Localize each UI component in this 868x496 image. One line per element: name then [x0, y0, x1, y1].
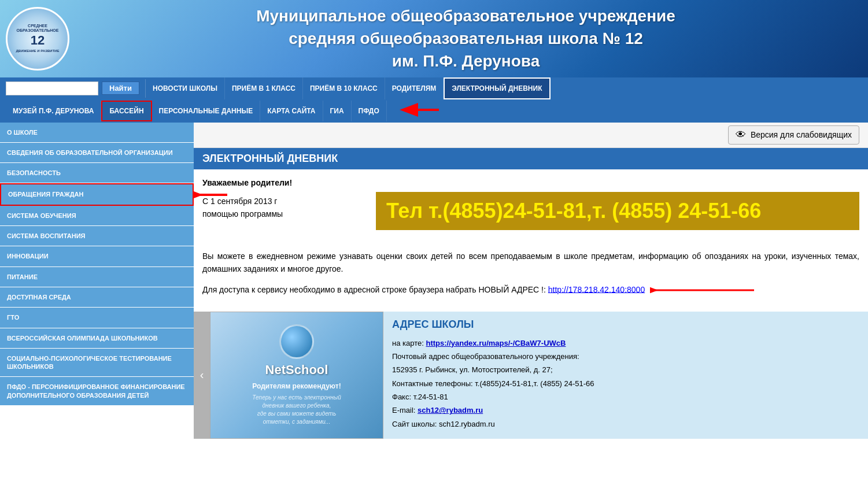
para-greeting: Уважаемые родители!	[202, 176, 859, 189]
netschool-banner: NetSchool Родителям рекомендуют! Теперь …	[210, 312, 383, 439]
title-line3: им. П.Ф. Дерунова	[392, 52, 540, 70]
sidebar-item-olympiad[interactable]: ВСЕРОССИЙСКАЯ ОЛИМПИАДА ШКОЛЬНИКОВ	[0, 328, 194, 349]
sidebar-item-info[interactable]: СВЕДЕНИЯ ОБ ОБРАЗОВАТЕЛЬНОЙ ОРГАНИЗАЦИИ	[0, 143, 194, 163]
accessibility-label: Версия для слабовидящих	[751, 130, 852, 139]
school-logo: СРЕДНЕЕОБРАЗОВАТЕЛЬНОЕ 12 ДВИЖЕНИЕ И РАЗ…	[6, 7, 69, 71]
nav-personal[interactable]: ПЕРСОНАЛЬНЫЕ ДАННЫЕ	[152, 101, 261, 121]
map-link[interactable]: https://yandex.ru/maps/-/CBaW7-UWcB	[426, 339, 566, 347]
netschool-area: ‹ NetSchool Родителям рекомендуют! Тепер…	[194, 312, 383, 439]
school-title: Муниципальное общеобразовательное учрежд…	[69, 5, 862, 73]
nav-novosti[interactable]: НОВОСТИ ШКОЛЫ	[146, 77, 225, 99]
nav-gia[interactable]: ГИА	[323, 101, 352, 121]
content-area: 👁 Версия для слабовидящих ЭЛЕКТРОННЫЙ ДН…	[194, 123, 868, 469]
sidebar-item-system-study[interactable]: СИСТЕМА ОБУЧЕНИЯ	[0, 206, 194, 226]
section-title: ЭЛЕКТРОННЫЙ ДНЕВНИК	[194, 148, 868, 169]
carousel-prev[interactable]: ‹	[194, 312, 210, 439]
nav-dnevnik[interactable]: ЭЛЕКТРОННЫЙ ДНЕВНИК	[444, 77, 550, 99]
accessibility-bar: 👁 Версия для слабовидящих	[194, 123, 868, 148]
para-description: Вы можете в ежедневном режиме узнавать о…	[202, 250, 859, 276]
phone-banner: Тел т.(4855)24-51-81,т. (4855) 24-51-66	[376, 192, 859, 230]
address-section: АДРЕС ШКОЛЫ на карте: https://yandex.ru/…	[383, 312, 868, 439]
address-line2: 152935 г. Рыбинск, ул. Мотостроителей, д…	[392, 363, 859, 376]
nav-pfdo[interactable]: ПФДО	[352, 101, 387, 121]
netschool-name: NetSchool	[265, 362, 328, 377]
bassein-arrow-area	[398, 99, 445, 123]
map-line: на карте: https://yandex.ru/maps/-/CBaW7…	[392, 336, 859, 350]
nav-bassein[interactable]: БАССЕЙН	[101, 101, 152, 121]
sidebar-item-security[interactable]: БЕЗОПАСНОСТЬ	[0, 163, 194, 183]
address-email: E-mail: sch12@rybadm.ru	[392, 404, 859, 417]
address-link[interactable]: http://178.218.42.140:8000	[548, 284, 645, 294]
globe-icon	[279, 324, 314, 359]
nav-muzey[interactable]: МУЗЕЙ П.Ф. ДЕРУНОВА	[6, 101, 101, 121]
sidebar-item-nutrition[interactable]: ПИТАНИЕ	[0, 267, 194, 287]
netschool-quote: Теперь у нас есть электронныйдневник ваш…	[248, 394, 346, 426]
page-header: СРЕДНЕЕОБРАЗОВАТЕЛЬНОЕ 12 ДВИЖЕНИЕ И РАЗ…	[0, 0, 868, 77]
sidebar-item-system-education[interactable]: СИСТЕМА ВОСПИТАНИЯ	[0, 226, 194, 246]
nav-priem1[interactable]: ПРИЁМ В 1 КЛАСС	[225, 77, 303, 99]
address-line1: Почтовый адрес общеобразовательного учре…	[392, 350, 859, 363]
nav-top-row: Найти НОВОСТИ ШКОЛЫ ПРИЁМ В 1 КЛАСС ПРИЁ…	[0, 77, 868, 99]
logo-number: 12	[16, 33, 60, 48]
sidebar-item-accessible[interactable]: ДОСТУПНАЯ СРЕДА	[0, 287, 194, 308]
title-line2: средняя общеобразовательная школа № 12	[289, 29, 643, 47]
arrow-to-bassein-icon	[398, 99, 445, 120]
nav-bottom-row: МУЗЕЙ П.Ф. ДЕРУНОВА БАССЕЙН ПЕРСОНАЛЬНЫЕ…	[0, 99, 868, 123]
arrow-link-icon	[650, 282, 766, 299]
eye-icon: 👁	[736, 129, 746, 141]
address-line3: Контактные телефоны: т.(4855)24-51-81,т.…	[392, 377, 859, 390]
search-block: Найти	[0, 79, 146, 98]
nav-links-top: НОВОСТИ ШКОЛЫ ПРИЁМ В 1 КЛАСС ПРИЁМ В 10…	[146, 77, 868, 99]
search-button[interactable]: Найти	[102, 82, 139, 95]
sidebar-item-school[interactable]: О ШКОЛЕ	[0, 123, 194, 143]
para-access: Для доступа к сервису необходимо в адрес…	[202, 282, 859, 299]
bottom-section: ‹ NetSchool Родителям рекомендуют! Тепер…	[194, 312, 868, 439]
access-text: Для доступа к сервису необходимо в адрес…	[202, 284, 546, 294]
address-body: на карте: https://yandex.ru/maps/-/CBaW7…	[392, 336, 859, 431]
title-line1: Муниципальное общеобразовательное учрежд…	[256, 7, 675, 25]
navigation: Найти НОВОСТИ ШКОЛЫ ПРИЁМ В 1 КЛАСС ПРИЁ…	[0, 77, 868, 123]
main-layout: О ШКОЛЕ СВЕДЕНИЯ ОБ ОБРАЗОВАТЕЛЬНОЙ ОРГА…	[0, 123, 868, 469]
sidebar-item-gto[interactable]: ГТО	[0, 308, 194, 328]
phone-overlay-container: С 1 сентября 2013 года в нашей школе вед…	[202, 195, 859, 221]
nav-roditelyam[interactable]: РОДИТЕЛЯМ	[385, 77, 444, 99]
address-header: АДРЕС ШКОЛЫ	[392, 319, 859, 331]
sidebar: О ШКОЛЕ СВЕДЕНИЯ ОБ ОБРАЗОВАТЕЛЬНОЙ ОРГА…	[0, 123, 194, 469]
sidebar-item-psych[interactable]: СОЦИАЛЬНО-ПСИХОЛОГИЧЕСКОЕ ТЕСТИРОВАНИЕ Ш…	[0, 349, 194, 377]
nav-karta[interactable]: КАРТА САЙТА	[260, 101, 323, 121]
site-text: sch12.rybadm.ru	[439, 420, 495, 428]
address-fax: Факс: т.24-51-81	[392, 390, 859, 404]
sidebar-item-pfdo[interactable]: ПФДО - ПЕРСОНИФИЦИРОВАННОЕ ФИНАНСИРОВАНИ…	[0, 377, 194, 406]
nav-priem10[interactable]: ПРИЁМ В 10 КЛАСС	[303, 77, 385, 99]
sidebar-item-citizens[interactable]: ОБРАЩЕНИЯ ГРАЖДАН	[0, 183, 194, 205]
content-body: Уважаемые родители! С 1 сентября 2013 го…	[194, 169, 868, 312]
accessibility-button[interactable]: 👁 Версия для слабовидящих	[728, 125, 859, 145]
netschool-sub: Родителям рекомендуют!	[252, 382, 341, 390]
sidebar-item-innovations[interactable]: ИННОВАЦИИ	[0, 246, 194, 266]
address-site: Сайт школы: sch12.rybadm.ru	[392, 417, 859, 431]
email-link[interactable]: sch12@rybadm.ru	[418, 406, 483, 414]
search-input[interactable]	[6, 82, 98, 95]
